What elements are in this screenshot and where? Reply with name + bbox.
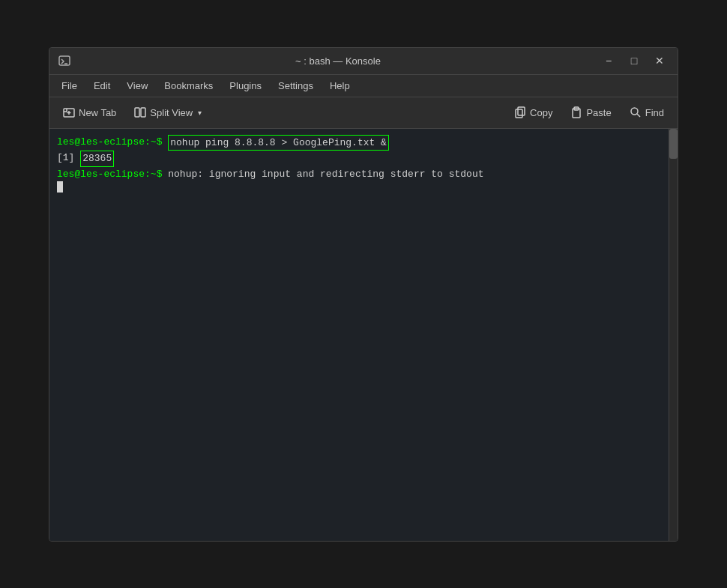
terminal-line-1: les@les-eclipse:~$ nohup ping 8.8.8.8 > … — [57, 135, 661, 151]
job-number: [1] — [57, 151, 80, 167]
konsole-window: ~ : bash — Konsole − □ ✕ File Edit View … — [49, 47, 678, 542]
paste-label: Paste — [586, 107, 611, 118]
find-icon — [630, 106, 642, 118]
minimize-button[interactable]: − — [598, 52, 619, 69]
menu-view[interactable]: View — [119, 78, 155, 94]
svg-rect-7 — [518, 107, 525, 115]
menu-settings[interactable]: Settings — [271, 78, 321, 94]
copy-icon — [514, 106, 526, 118]
split-view-label: Split View — [150, 107, 193, 118]
prompt-user-1: les@les-eclipse — [57, 135, 145, 151]
terminal-icon — [57, 53, 72, 68]
copy-button[interactable]: Copy — [507, 103, 560, 122]
menu-plugins[interactable]: Plugins — [222, 78, 269, 94]
window-title: ~ : bash — Konsole — [78, 55, 598, 67]
maximize-button[interactable]: □ — [624, 52, 645, 69]
scroll-area: les@les-eclipse:~$ nohup ping 8.8.8.8 > … — [49, 129, 678, 541]
menu-bookmarks[interactable]: Bookmarks — [157, 78, 220, 94]
prompt-separator-2: :~$ — [145, 167, 162, 182]
find-button[interactable]: Find — [622, 103, 672, 122]
copy-label: Copy — [530, 107, 552, 118]
window-controls: − □ ✕ — [598, 52, 670, 69]
split-view-dropdown-icon: ▾ — [198, 109, 202, 117]
new-tab-button[interactable]: New Tab — [55, 103, 124, 122]
paste-icon — [570, 106, 582, 118]
svg-rect-6 — [141, 108, 145, 117]
scrollbar-thumb[interactable] — [669, 129, 678, 159]
svg-rect-5 — [135, 108, 139, 117]
new-tab-icon — [63, 106, 75, 118]
split-view-button[interactable]: Split View ▾ — [127, 103, 209, 122]
close-button[interactable]: ✕ — [649, 52, 670, 69]
terminal-cursor — [57, 181, 63, 193]
terminal-line-4 — [57, 181, 661, 193]
svg-point-11 — [631, 108, 638, 115]
find-label: Find — [645, 107, 664, 118]
terminal-command-highlighted: nohup ping 8.8.8.8 > GooglePing.txt & — [168, 135, 389, 151]
terminal[interactable]: les@les-eclipse:~$ nohup ping 8.8.8.8 > … — [49, 129, 669, 541]
terminal-line-3: les@les-eclipse:~$ nohup: ignoring input… — [57, 167, 661, 182]
split-view-icon — [134, 106, 146, 118]
menu-help[interactable]: Help — [322, 78, 358, 94]
toolbar: New Tab Split View ▾ Copy Paste — [49, 97, 678, 129]
svg-line-12 — [637, 114, 640, 117]
terminal-line-2: [1] 28365 — [57, 151, 661, 167]
new-tab-label: New Tab — [79, 107, 116, 118]
scrollbar-track[interactable] — [669, 129, 678, 541]
prompt-separator-1: :~$ — [145, 135, 162, 151]
titlebar: ~ : bash — Konsole − □ ✕ — [49, 48, 678, 75]
paste-button[interactable]: Paste — [563, 103, 618, 122]
menu-edit[interactable]: Edit — [86, 78, 118, 94]
pid-highlighted: 28365 — [80, 151, 114, 167]
menubar: File Edit View Bookmarks Plugins Setting… — [49, 75, 678, 97]
menu-file[interactable]: File — [54, 78, 85, 94]
prompt-user-2: les@les-eclipse — [57, 167, 145, 182]
svg-rect-8 — [516, 109, 522, 118]
